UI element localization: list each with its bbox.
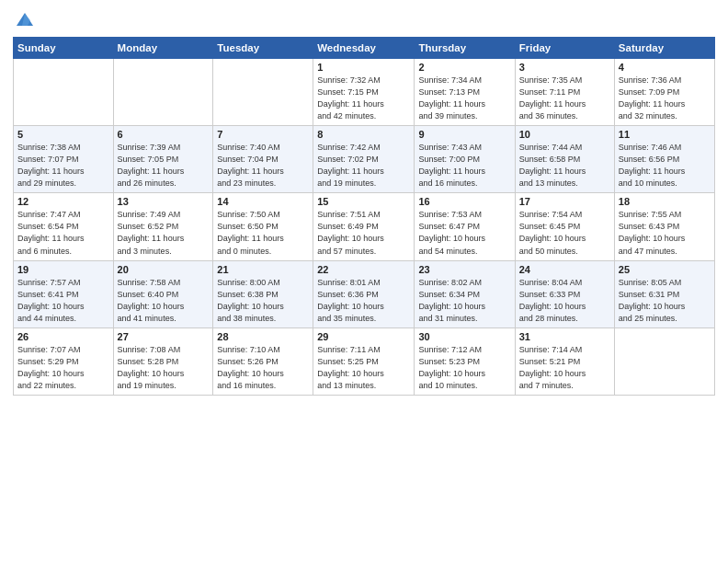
- day-number: 28: [217, 331, 309, 342]
- day-cell: 12Sunrise: 7:47 AMSunset: 6:54 PMDayligh…: [14, 193, 114, 260]
- week-row-1: 1Sunrise: 7:32 AMSunset: 7:15 PMDaylight…: [14, 59, 715, 126]
- day-info: Sunrise: 7:34 AMSunset: 7:13 PMDaylight:…: [418, 75, 485, 121]
- day-cell: 24Sunrise: 8:04 AMSunset: 6:33 PMDayligh…: [515, 260, 614, 327]
- day-info: Sunrise: 7:07 AMSunset: 5:29 PMDaylight:…: [17, 345, 85, 390]
- day-info: Sunrise: 7:42 AMSunset: 7:02 PMDaylight:…: [317, 143, 384, 188]
- day-cell: 3Sunrise: 7:35 AMSunset: 7:11 PMDaylight…: [515, 59, 614, 126]
- col-header-tuesday: Tuesday: [213, 38, 313, 59]
- day-number: 14: [217, 196, 309, 207]
- day-cell: 6Sunrise: 7:39 AMSunset: 7:05 PMDaylight…: [113, 126, 213, 193]
- day-info: Sunrise: 8:05 AMSunset: 6:31 PMDaylight:…: [619, 278, 686, 323]
- day-info: Sunrise: 7:14 AMSunset: 5:21 PMDaylight:…: [519, 345, 586, 390]
- week-row-3: 12Sunrise: 7:47 AMSunset: 6:54 PMDayligh…: [14, 193, 715, 260]
- calendar-table: SundayMondayTuesdayWednesdayThursdayFrid…: [13, 37, 715, 396]
- day-cell: 21Sunrise: 8:00 AMSunset: 6:38 PMDayligh…: [213, 260, 313, 327]
- col-header-friday: Friday: [515, 38, 614, 59]
- day-number: 8: [317, 129, 410, 140]
- day-number: 12: [17, 196, 109, 207]
- day-number: 27: [118, 331, 210, 342]
- day-cell: 29Sunrise: 7:11 AMSunset: 5:25 PMDayligh…: [313, 327, 415, 395]
- day-number: 16: [418, 196, 510, 207]
- day-cell: 17Sunrise: 7:54 AMSunset: 6:45 PMDayligh…: [515, 193, 614, 260]
- day-cell: 7Sunrise: 7:40 AMSunset: 7:04 PMDaylight…: [213, 126, 313, 193]
- day-number: 18: [619, 196, 711, 207]
- day-number: 15: [317, 196, 410, 207]
- day-number: 6: [118, 129, 210, 140]
- day-info: Sunrise: 7:10 AMSunset: 5:26 PMDaylight:…: [217, 345, 284, 390]
- day-cell: [213, 59, 313, 126]
- day-cell: 19Sunrise: 7:57 AMSunset: 6:41 PMDayligh…: [14, 260, 114, 327]
- day-number: 7: [217, 129, 309, 140]
- day-cell: 4Sunrise: 7:36 AMSunset: 7:09 PMDaylight…: [614, 59, 714, 126]
- day-cell: 5Sunrise: 7:38 AMSunset: 7:07 PMDaylight…: [14, 126, 114, 193]
- header: [13, 9, 715, 29]
- day-info: Sunrise: 7:44 AMSunset: 6:58 PMDaylight:…: [519, 143, 586, 188]
- day-info: Sunrise: 8:02 AMSunset: 6:34 PMDaylight:…: [418, 278, 485, 323]
- day-number: 24: [519, 264, 610, 275]
- day-cell: 22Sunrise: 8:01 AMSunset: 6:36 PMDayligh…: [313, 260, 415, 327]
- day-info: Sunrise: 7:54 AMSunset: 6:45 PMDaylight:…: [519, 210, 586, 255]
- day-cell: 27Sunrise: 7:08 AMSunset: 5:28 PMDayligh…: [113, 327, 213, 395]
- day-info: Sunrise: 7:47 AMSunset: 6:54 PMDaylight:…: [17, 210, 85, 255]
- page: SundayMondayTuesdayWednesdayThursdayFrid…: [0, 0, 728, 563]
- col-header-saturday: Saturday: [614, 38, 714, 59]
- day-info: Sunrise: 7:36 AMSunset: 7:09 PMDaylight:…: [619, 75, 686, 121]
- day-info: Sunrise: 7:53 AMSunset: 6:47 PMDaylight:…: [418, 210, 485, 255]
- day-info: Sunrise: 7:32 AMSunset: 7:15 PMDaylight:…: [317, 75, 384, 121]
- day-info: Sunrise: 7:11 AMSunset: 5:25 PMDaylight:…: [317, 345, 384, 390]
- day-info: Sunrise: 7:43 AMSunset: 7:00 PMDaylight:…: [418, 143, 485, 188]
- day-number: 4: [619, 62, 711, 73]
- day-number: 11: [619, 129, 711, 140]
- day-number: 22: [317, 264, 410, 275]
- day-number: 21: [217, 264, 309, 275]
- day-cell: 20Sunrise: 7:58 AMSunset: 6:40 PMDayligh…: [113, 260, 213, 327]
- logo: [13, 9, 35, 29]
- day-number: 5: [17, 129, 109, 140]
- day-cell: 2Sunrise: 7:34 AMSunset: 7:13 PMDaylight…: [415, 59, 515, 126]
- week-row-5: 26Sunrise: 7:07 AMSunset: 5:29 PMDayligh…: [14, 327, 715, 395]
- calendar-header-row: SundayMondayTuesdayWednesdayThursdayFrid…: [14, 38, 715, 59]
- day-number: 31: [519, 331, 610, 342]
- day-number: 2: [418, 62, 510, 73]
- col-header-wednesday: Wednesday: [313, 38, 415, 59]
- week-row-4: 19Sunrise: 7:57 AMSunset: 6:41 PMDayligh…: [14, 260, 715, 327]
- day-number: 19: [17, 264, 109, 275]
- day-info: Sunrise: 7:12 AMSunset: 5:23 PMDaylight:…: [418, 345, 485, 390]
- day-info: Sunrise: 8:04 AMSunset: 6:33 PMDaylight:…: [519, 278, 586, 323]
- day-number: 26: [17, 331, 109, 342]
- day-cell: 18Sunrise: 7:55 AMSunset: 6:43 PMDayligh…: [614, 193, 714, 260]
- day-number: 30: [418, 331, 510, 342]
- day-number: 25: [619, 264, 711, 275]
- day-number: 17: [519, 196, 610, 207]
- day-info: Sunrise: 7:46 AMSunset: 6:56 PMDaylight:…: [619, 143, 686, 188]
- day-number: 3: [519, 62, 610, 73]
- day-cell: 28Sunrise: 7:10 AMSunset: 5:26 PMDayligh…: [213, 327, 313, 395]
- day-cell: 23Sunrise: 8:02 AMSunset: 6:34 PMDayligh…: [415, 260, 515, 327]
- day-cell: 11Sunrise: 7:46 AMSunset: 6:56 PMDayligh…: [614, 126, 714, 193]
- day-info: Sunrise: 7:57 AMSunset: 6:41 PMDaylight:…: [17, 278, 85, 323]
- day-number: 20: [118, 264, 210, 275]
- day-info: Sunrise: 8:01 AMSunset: 6:36 PMDaylight:…: [317, 278, 384, 323]
- day-cell: [14, 59, 114, 126]
- day-cell: 10Sunrise: 7:44 AMSunset: 6:58 PMDayligh…: [515, 126, 614, 193]
- day-info: Sunrise: 7:39 AMSunset: 7:05 PMDaylight:…: [118, 143, 185, 188]
- day-cell: [614, 327, 714, 395]
- day-cell: 26Sunrise: 7:07 AMSunset: 5:29 PMDayligh…: [14, 327, 114, 395]
- day-cell: 1Sunrise: 7:32 AMSunset: 7:15 PMDaylight…: [313, 59, 415, 126]
- day-info: Sunrise: 7:55 AMSunset: 6:43 PMDaylight:…: [619, 210, 686, 255]
- day-cell: 15Sunrise: 7:51 AMSunset: 6:49 PMDayligh…: [313, 193, 415, 260]
- day-info: Sunrise: 7:38 AMSunset: 7:07 PMDaylight:…: [17, 143, 85, 188]
- day-number: 29: [317, 331, 410, 342]
- day-number: 1: [317, 62, 410, 73]
- col-header-sunday: Sunday: [14, 38, 114, 59]
- day-info: Sunrise: 7:40 AMSunset: 7:04 PMDaylight:…: [217, 143, 284, 188]
- day-number: 9: [418, 129, 510, 140]
- day-info: Sunrise: 7:51 AMSunset: 6:49 PMDaylight:…: [317, 210, 384, 255]
- day-cell: [113, 59, 213, 126]
- day-info: Sunrise: 7:49 AMSunset: 6:52 PMDaylight:…: [118, 210, 185, 255]
- day-cell: 25Sunrise: 8:05 AMSunset: 6:31 PMDayligh…: [614, 260, 714, 327]
- day-cell: 30Sunrise: 7:12 AMSunset: 5:23 PMDayligh…: [415, 327, 515, 395]
- day-cell: 31Sunrise: 7:14 AMSunset: 5:21 PMDayligh…: [515, 327, 614, 395]
- day-cell: 13Sunrise: 7:49 AMSunset: 6:52 PMDayligh…: [113, 193, 213, 260]
- day-info: Sunrise: 7:08 AMSunset: 5:28 PMDaylight:…: [118, 345, 185, 390]
